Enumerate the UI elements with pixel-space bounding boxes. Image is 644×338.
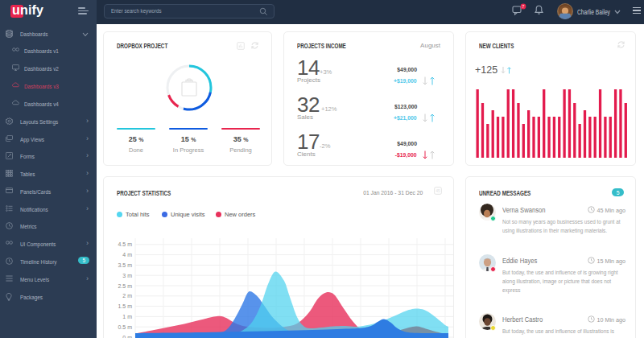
svg-text:3 m: 3 m — [122, 273, 132, 278]
svg-text:2 m: 2 m — [122, 293, 132, 299]
svg-text:0 m: 0 m — [122, 335, 132, 338]
svg-text:1.5 m: 1.5 m — [118, 303, 132, 309]
svg-text:1 m: 1 m — [122, 314, 132, 319]
svg-text:2.5 m: 2.5 m — [118, 283, 132, 289]
svg-text:4 m: 4 m — [122, 252, 132, 258]
svg-text:4.5 m: 4.5 m — [118, 241, 132, 247]
svg-text:0.5 m: 0.5 m — [118, 324, 132, 330]
svg-text:45: 45 — [436, 189, 440, 193]
svg-text:3.5 m: 3.5 m — [118, 262, 132, 268]
svg-text:7: 7 — [522, 4, 525, 9]
